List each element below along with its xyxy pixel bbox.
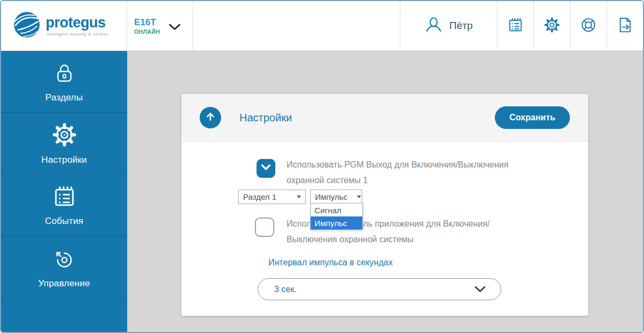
pgm-select-row: Раздел 1 Импульс (238, 190, 362, 204)
sidebar-item-label: Настройки (41, 155, 87, 165)
interval-select[interactable]: 3 сек. (258, 278, 501, 300)
caret-down-icon (357, 196, 361, 198)
sidebar-item-label: Разделы (46, 92, 83, 103)
interval-select-value: 3 сек. (274, 285, 297, 294)
support-button[interactable] (570, 1, 606, 50)
sidebar-item-label: Управление (38, 278, 90, 289)
main-area: Настройки Сохранить Использовать PGM Вых… (127, 51, 643, 332)
events-button[interactable] (497, 1, 533, 50)
chevron-down-icon (169, 23, 181, 33)
user-name: Пётр (449, 20, 473, 32)
gear-icon (52, 122, 77, 150)
back-button[interactable] (200, 107, 221, 128)
sidebar-item-events[interactable]: События (1, 175, 127, 236)
mode-select-dropdown: Сигнал Импульс (310, 203, 363, 230)
sidebar-filler (1, 298, 127, 332)
interval-label: Интервал импульса в секундах (268, 258, 393, 267)
lock-icon (52, 61, 77, 88)
pgm-output-checkbox[interactable] (257, 159, 275, 178)
settings-panel-body: Использовать PGM Выход для Включения/Вык… (181, 142, 588, 316)
logo-tagline: intelligent security & control (46, 32, 108, 37)
topbar: protegus intelligent security & control … (1, 1, 643, 51)
logout-button[interactable] (606, 1, 643, 50)
mode-select-value: Импульс (315, 192, 347, 201)
notes-icon (52, 184, 77, 211)
arrow-up-icon (204, 110, 217, 125)
sidebar: Разделы Наст (1, 51, 127, 332)
option-signal[interactable]: Сигнал (311, 204, 362, 216)
partition-select[interactable]: Раздел 1 (238, 190, 306, 204)
topbar-spacer (193, 1, 400, 50)
gear-icon (544, 17, 560, 35)
device-selector[interactable]: E16T ОНЛАЙН (127, 1, 193, 50)
partition-select-value: Раздел 1 (243, 192, 276, 201)
option-impulse[interactable]: Импульс (311, 216, 362, 229)
logout-icon (617, 17, 633, 35)
sidebar-item-settings[interactable]: Настройки (1, 113, 127, 175)
control-icon (52, 245, 77, 273)
app-window: protegus intelligent security & control … (0, 0, 644, 333)
logo-swirl-icon (13, 11, 41, 41)
user-menu[interactable]: Пётр (400, 1, 497, 50)
sidebar-item-control[interactable]: Управление (1, 236, 127, 298)
sidebar-item-label: События (45, 216, 84, 227)
settings-panel-header: Настройки Сохранить (181, 94, 588, 142)
chevron-down-icon (474, 286, 486, 293)
support-icon (580, 17, 597, 35)
device-name: E16T (134, 17, 160, 27)
check-icon (260, 163, 272, 173)
user-icon (425, 16, 443, 36)
mode-select[interactable]: Импульс (310, 190, 362, 204)
caret-down-icon (297, 196, 301, 198)
pgm-output-label: Использовать PGM Выход для Включения/Вык… (287, 157, 508, 188)
app-password-checkbox[interactable] (255, 218, 274, 237)
protegus-logo[interactable]: protegus intelligent security & control (1, 1, 127, 50)
logo-name: protegus (46, 16, 108, 30)
sidebar-item-partitions[interactable]: Разделы (1, 51, 127, 113)
device-status-badge: ОНЛАЙН (134, 28, 160, 35)
notes-icon (507, 17, 524, 35)
save-button[interactable]: Сохранить (495, 106, 570, 129)
settings-button[interactable] (533, 1, 570, 50)
page-title: Настройки (239, 112, 292, 124)
settings-panel: Настройки Сохранить Использовать PGM Вых… (181, 94, 588, 316)
body: Разделы Наст (1, 51, 643, 332)
